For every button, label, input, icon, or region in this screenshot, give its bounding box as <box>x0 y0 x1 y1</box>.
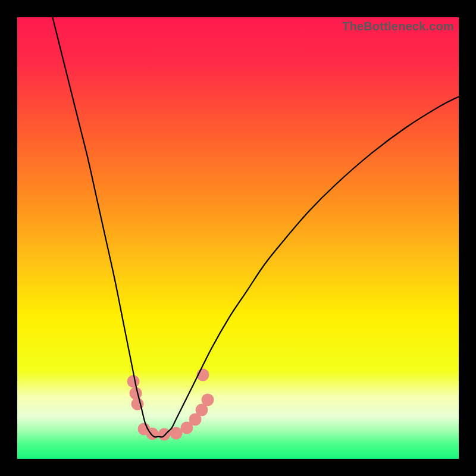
chart-frame: TheBottleneck.com <box>0 0 476 476</box>
plot-area: TheBottleneck.com <box>17 17 459 459</box>
background-gradient <box>17 17 459 459</box>
svg-rect-0 <box>17 17 459 459</box>
watermark-text: TheBottleneck.com <box>342 20 454 33</box>
